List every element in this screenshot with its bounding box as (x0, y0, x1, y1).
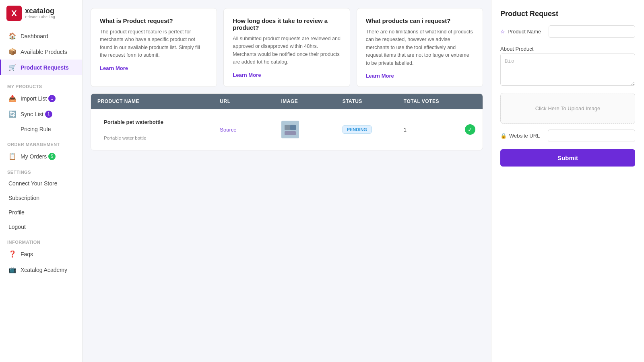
logo-text: xcatalog Private Labelling (25, 7, 55, 19)
sidebar-item-xcatalog-academy-label: Xcatalog Academy (21, 267, 67, 273)
settings-section-label: SETTINGS (0, 164, 82, 176)
star-icon: ☆ (500, 29, 505, 35)
app-subtitle: Private Labelling (25, 15, 55, 19)
votes-cell: 1 (397, 122, 458, 138)
info-cards-row: What is Product request? The product req… (91, 8, 483, 87)
svg-text:X: X (11, 8, 17, 18)
sidebar-item-xcatalog-academy[interactable]: 📺 Xcatalog Academy (0, 262, 82, 278)
image-cell (275, 116, 336, 143)
product-requests-table: PRODUCT NAME URL IMAGE STATUS TOTAL VOTE… (91, 93, 483, 150)
product-name-field-row: ☆ Product Name (500, 25, 635, 38)
status-cell: PENDING (336, 121, 397, 138)
svg-rect-4 (290, 125, 296, 130)
sidebar-item-profile-label: Profile (8, 209, 25, 216)
table-header: PRODUCT NAME URL IMAGE STATUS TOTAL VOTE… (91, 94, 483, 109)
sidebar-item-subscription[interactable]: Subscription (0, 191, 82, 205)
sidebar-item-dashboard[interactable]: 🏠 Dashboard (0, 28, 82, 44)
information-section-label: INFORMATION (0, 234, 82, 246)
website-url-row: 🔒 Website URL (500, 130, 635, 142)
table-row: Portable pet waterbottle Portable water … (91, 109, 483, 150)
product-name-cell: Portable pet waterbottle Portable water … (91, 109, 213, 150)
sidebar-item-product-requests-label: Product Requests (21, 64, 69, 71)
order-management-section-label: ORDER MANAGEMENT (0, 136, 82, 148)
svg-rect-5 (285, 131, 296, 135)
col-product-name: PRODUCT NAME (91, 94, 213, 109)
col-status: STATUS (336, 94, 397, 109)
upload-image-area[interactable]: Click Here To Upload Image (500, 93, 635, 124)
sidebar-item-import-list[interactable]: 📥 Import List 1 (0, 90, 82, 106)
my-orders-icon: 📋 (8, 152, 17, 160)
app-name: xcatalog (25, 7, 55, 15)
main-nav: 🏠 Dashboard 📦 Available Products 🛒 Produ… (0, 25, 82, 78)
info-card-what-is-title: What is Product request? (100, 17, 208, 24)
sidebar-item-profile[interactable]: Profile (0, 205, 82, 220)
sidebar-item-connect-store-label: Connect Your Store (8, 180, 57, 187)
settings-nav: Connect Your Store Subscription Profile … (0, 176, 82, 234)
action-cell: ✓ (458, 119, 483, 140)
sidebar-item-sync-list[interactable]: 🔄 Sync List 1 (0, 106, 82, 122)
info-card-what-is-learn-more[interactable]: Learn More (100, 65, 128, 71)
sidebar-item-connect-store[interactable]: Connect Your Store (0, 176, 82, 191)
url-cell: Source (213, 122, 275, 138)
product-name-label: ☆ Product Name (500, 29, 545, 35)
my-products-section-label: MY PRODUCTS (0, 78, 82, 90)
source-link[interactable]: Source (220, 127, 236, 133)
info-card-how-long-learn-more[interactable]: Learn More (233, 72, 261, 78)
faqs-icon: ❓ (8, 250, 17, 258)
xcatalog-academy-icon: 📺 (8, 266, 17, 274)
svg-rect-3 (285, 125, 290, 130)
product-sub-text: Portable water bottle (97, 131, 207, 145)
import-list-badge: 1 (48, 95, 56, 102)
sidebar-item-faqs[interactable]: ❓ Faqs (0, 246, 82, 262)
approved-icon: ✓ (465, 124, 475, 135)
col-url: URL (213, 94, 275, 109)
sync-list-badge: 1 (45, 111, 52, 118)
sidebar-item-pricing-rule[interactable]: Pricing Rule (0, 122, 82, 136)
import-list-icon: 📥 (8, 95, 17, 102)
sidebar-item-my-orders-label: My Orders (21, 153, 47, 160)
sidebar-item-pricing-rule-label: Pricing Rule (21, 126, 51, 132)
my-products-nav: 📥 Import List 1 🔄 Sync List 1 Pricing Ru… (0, 90, 82, 136)
info-card-how-long-body: All submitted product requests are revie… (233, 35, 341, 66)
col-image: IMAGE (275, 94, 336, 109)
website-url-input[interactable] (548, 130, 635, 142)
lock-icon: 🔒 (500, 133, 507, 139)
logo-icon: X (6, 6, 22, 21)
product-requests-icon: 🛒 (8, 64, 17, 71)
order-management-nav: 📋 My Orders 5 (0, 148, 82, 164)
about-product-textarea[interactable] (500, 53, 635, 86)
available-products-icon: 📦 (8, 48, 17, 56)
panel-title: Product Request (500, 10, 635, 18)
sidebar-item-my-orders[interactable]: 📋 My Orders 5 (0, 148, 82, 164)
submit-button[interactable]: Submit (500, 149, 635, 167)
dashboard-icon: 🏠 (8, 32, 17, 40)
status-badge: PENDING (343, 125, 372, 134)
col-action (458, 94, 483, 109)
sidebar-item-import-list-label: Import List (21, 95, 47, 102)
website-url-label: 🔒 Website URL (500, 133, 545, 139)
sidebar-item-available-products[interactable]: 📦 Available Products (0, 44, 82, 60)
main-content: What is Product request? The product req… (83, 0, 491, 362)
sidebar-item-dashboard-label: Dashboard (21, 33, 48, 39)
sidebar-item-sync-list-label: Sync List (21, 111, 43, 117)
logo: X xcatalog Private Labelling (0, 0, 82, 25)
info-card-what-products-body: There are no limitations of what kind of… (366, 28, 474, 67)
info-card-what-products-title: What products can i request? (366, 17, 474, 24)
info-card-what-is-body: The product request feature is perfect f… (100, 28, 208, 60)
col-total-votes: TOTAL VOTES (397, 94, 458, 109)
product-request-panel: Product Request ☆ Product Name About Pro… (491, 0, 644, 362)
product-name-input[interactable] (549, 25, 635, 38)
info-card-what-products-learn-more[interactable]: Learn More (366, 73, 394, 79)
import-list-row: Import List 1 (21, 95, 75, 102)
info-card-what-products: What products can i request? There are n… (357, 8, 483, 87)
information-nav: ❓ Faqs 📺 Xcatalog Academy (0, 246, 82, 278)
sidebar-item-available-products-label: Available Products (21, 49, 67, 55)
about-product-label: About Product (500, 46, 635, 52)
sidebar-item-product-requests[interactable]: 🛒 Product Requests (0, 60, 82, 75)
about-product-section: About Product (500, 46, 635, 87)
sidebar-item-logout[interactable]: Logout (0, 220, 82, 234)
my-orders-badge: 5 (48, 153, 56, 160)
product-image (281, 121, 299, 138)
info-card-how-long: How long does it take to review a produc… (223, 8, 350, 87)
sidebar-item-subscription-label: Subscription (8, 195, 39, 201)
